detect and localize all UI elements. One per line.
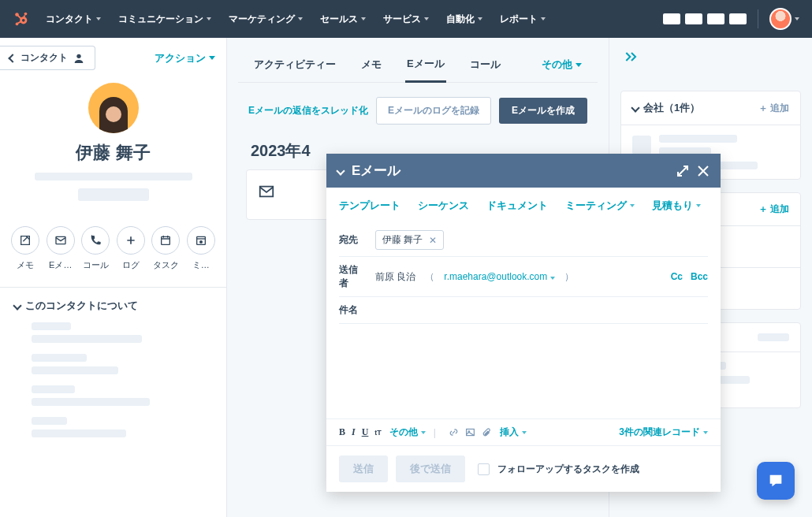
person-icon bbox=[73, 52, 85, 65]
chat-icon bbox=[767, 472, 784, 489]
about-section-toggle[interactable]: このコンタクトについて bbox=[0, 299, 226, 313]
bold-button[interactable]: B bbox=[339, 426, 345, 438]
actions-dropdown[interactable]: アクション bbox=[155, 51, 215, 65]
quote-menu[interactable]: 見積もり bbox=[652, 199, 701, 213]
send-button[interactable]: 送信 bbox=[339, 456, 388, 482]
log-email-button[interactable]: Eメールのログを記録 bbox=[376, 97, 491, 125]
right-card-company-header[interactable]: 会社（1件） ＋追加 bbox=[621, 91, 800, 125]
italic-button[interactable]: I bbox=[352, 426, 356, 438]
chat-widget-button[interactable] bbox=[757, 462, 795, 500]
contact-avatar[interactable] bbox=[88, 83, 139, 133]
subject-field-row[interactable]: 件名 bbox=[339, 297, 708, 324]
link-icon[interactable] bbox=[449, 427, 459, 437]
insert-dropdown[interactable]: 挿入 bbox=[500, 426, 527, 439]
expand-panel-icon[interactable] bbox=[624, 50, 639, 63]
cc-button[interactable]: Cc bbox=[671, 271, 683, 282]
collapse-icon[interactable] bbox=[336, 166, 345, 175]
svg-point-12 bbox=[199, 241, 202, 244]
svg-point-4 bbox=[22, 19, 25, 22]
send-later-button[interactable]: 後で送信 bbox=[396, 456, 465, 482]
nav-item-automation[interactable]: 自動化 bbox=[446, 13, 482, 26]
user-avatar-icon bbox=[769, 8, 792, 30]
close-icon[interactable] bbox=[697, 165, 710, 177]
nav-item-communications[interactable]: コミュニケーション bbox=[118, 13, 211, 26]
compose-menu-bar: テンプレート シーケンス ドキュメント ミーティング 見積もり bbox=[326, 188, 721, 218]
nav-utility-icons bbox=[663, 13, 747, 24]
nav-item-contacts[interactable]: コンタクト bbox=[46, 13, 101, 26]
email-button[interactable] bbox=[47, 226, 75, 255]
chevron-down-icon bbox=[631, 103, 639, 112]
sender-name: 前原 良治 bbox=[375, 270, 415, 284]
quick-actions: メモ Eメ… コール ログ タスク ミ… bbox=[0, 226, 226, 271]
email-toolbar: Eメールの返信をスレッド化 Eメールのログを記録 Eメールを作成 bbox=[238, 83, 598, 139]
sender-email-dropdown[interactable]: r.maehara@outlook.com bbox=[444, 271, 554, 282]
account-menu[interactable] bbox=[769, 8, 799, 30]
to-label: 宛先 bbox=[339, 233, 366, 247]
task-button[interactable] bbox=[151, 226, 180, 255]
nav-item-reports[interactable]: レポート bbox=[500, 13, 546, 26]
top-nav: コンタクト コミュニケーション マーケティング セールス サービス 自動化 レポ… bbox=[0, 0, 812, 38]
tab-notes[interactable]: メモ bbox=[359, 50, 383, 81]
nav-util-4[interactable] bbox=[729, 13, 747, 24]
add-company-button[interactable]: ＋追加 bbox=[758, 102, 789, 115]
about-section-body bbox=[0, 313, 226, 447]
tab-email[interactable]: Eメール bbox=[405, 49, 446, 83]
back-to-contacts-button[interactable]: コンタクト bbox=[0, 46, 95, 70]
tab-other-dropdown[interactable]: その他 bbox=[540, 50, 583, 81]
textsize-button[interactable]: tT bbox=[374, 429, 382, 437]
compose-email-button[interactable]: Eメールを作成 bbox=[499, 98, 587, 124]
followup-label: フォローアップするタスクを作成 bbox=[497, 463, 639, 476]
add-item-button[interactable]: ＋追加 bbox=[758, 203, 789, 216]
image-icon[interactable] bbox=[465, 427, 475, 437]
email-body-editor[interactable] bbox=[339, 324, 708, 418]
svg-line-7 bbox=[17, 22, 20, 24]
call-button[interactable] bbox=[81, 226, 110, 255]
svg-line-5 bbox=[17, 15, 21, 19]
compose-email-panel: Eメール テンプレート シーケンス ドキュメント ミーティング 見積もり 宛先 … bbox=[326, 154, 721, 492]
nav-util-3[interactable] bbox=[707, 13, 724, 24]
nav-util-2[interactable] bbox=[685, 13, 702, 24]
remove-recipient-icon[interactable]: ✕ bbox=[429, 235, 437, 246]
followup-checkbox[interactable] bbox=[478, 463, 490, 475]
thread-replies-toggle[interactable]: Eメールの返信をスレッド化 bbox=[248, 104, 368, 117]
nav-item-marketing[interactable]: マーケティング bbox=[229, 13, 303, 26]
chevron-down-icon bbox=[575, 63, 582, 67]
meeting-menu[interactable]: ミーティング bbox=[565, 199, 635, 213]
tab-calls[interactable]: コール bbox=[468, 50, 502, 81]
to-field-row: 宛先 伊藤 舞子✕ bbox=[339, 224, 708, 257]
chevron-left-icon bbox=[8, 54, 17, 62]
document-menu[interactable]: ドキュメント bbox=[486, 199, 548, 213]
meeting-button[interactable] bbox=[187, 226, 215, 255]
format-other-dropdown[interactable]: その他 bbox=[389, 426, 426, 439]
attachment-icon[interactable] bbox=[482, 427, 492, 437]
skeleton-line bbox=[35, 173, 192, 180]
log-button[interactable] bbox=[117, 226, 145, 255]
contact-name: 伊藤 舞子 bbox=[76, 141, 150, 165]
activity-tabs: アクティビティー メモ Eメール コール その他 bbox=[238, 38, 598, 83]
subject-label: 件名 bbox=[339, 303, 366, 317]
svg-point-8 bbox=[76, 54, 80, 58]
chevron-down-icon bbox=[13, 301, 21, 310]
compose-actions: 送信 後で送信 フォローアップするタスクを作成 bbox=[326, 445, 721, 492]
hubspot-logo-icon bbox=[13, 10, 30, 28]
nav-menu: コンタクト コミュニケーション マーケティング セールス サービス 自動化 レポ… bbox=[46, 13, 663, 26]
envelope-icon bbox=[258, 183, 275, 200]
tab-activity[interactable]: アクティビティー bbox=[252, 50, 337, 81]
divider bbox=[0, 287, 226, 288]
chevron-down-icon bbox=[209, 56, 215, 60]
bcc-button[interactable]: Bcc bbox=[691, 271, 708, 282]
underline-button[interactable]: U bbox=[362, 426, 369, 438]
related-records-dropdown[interactable]: 3件の関連レコード bbox=[619, 426, 708, 439]
about-title: このコンタクトについて bbox=[25, 299, 138, 313]
contact-profile: 伊藤 舞子 bbox=[0, 78, 226, 209]
from-label: 送信者 bbox=[339, 263, 366, 290]
note-button[interactable] bbox=[11, 226, 39, 255]
template-menu[interactable]: テンプレート bbox=[339, 199, 400, 213]
recipient-chip[interactable]: 伊藤 舞子✕ bbox=[375, 230, 444, 250]
nav-util-1[interactable] bbox=[663, 13, 680, 24]
sequence-menu[interactable]: シーケンス bbox=[418, 199, 469, 213]
expand-icon[interactable] bbox=[676, 165, 689, 177]
nav-divider bbox=[758, 9, 758, 28]
nav-item-service[interactable]: サービス bbox=[383, 13, 429, 26]
nav-item-sales[interactable]: セールス bbox=[320, 13, 366, 26]
